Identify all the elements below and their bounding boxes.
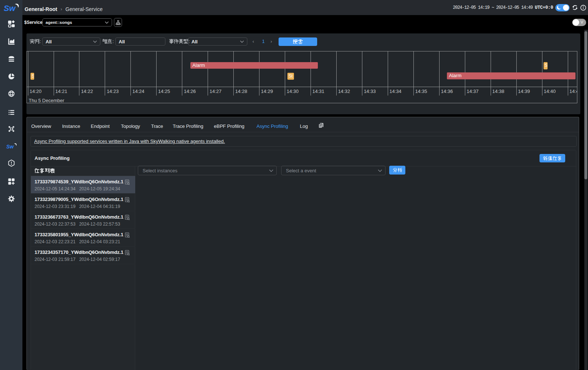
svg-text:Sw: Sw: [4, 4, 16, 12]
svg-text:Sw: Sw: [6, 144, 14, 150]
